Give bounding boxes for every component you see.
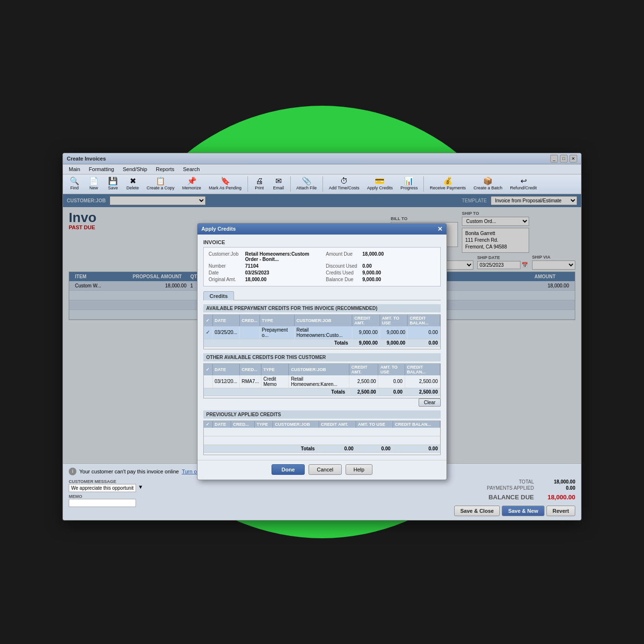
memo-label: MEMO — [69, 494, 143, 499]
invoice-area: CUSTOMER:JOB TEMPLATE Invoice from Propo… — [63, 194, 581, 463]
other-credit-row-1[interactable]: 03/12/20... RMA7... Credit Memo Retail H… — [204, 375, 440, 388]
apply-credits-label: Apply Credits — [367, 186, 393, 190]
dialog-title: Apply Credits — [201, 226, 236, 232]
minimize-button[interactable]: _ — [550, 155, 558, 162]
payments-applied-value: 0.00 — [542, 485, 575, 491]
col-type2: TYPE — [261, 364, 289, 375]
print-button[interactable]: 🖨 Print — [251, 176, 268, 191]
info-row-customer: Customer:Job Retail Homeowners:Custom Or… — [209, 251, 318, 262]
create-batch-label: Create a Batch — [473, 186, 502, 190]
menu-main[interactable]: Main — [65, 165, 84, 173]
memo-input[interactable] — [69, 499, 136, 507]
new-button[interactable]: 📄 New — [85, 176, 102, 191]
delete-label: Delete — [126, 186, 139, 190]
separator-3 — [322, 176, 323, 192]
prepayment-atu-1[interactable]: 9,000.00 — [380, 326, 408, 339]
email-button[interactable]: ✉ Email — [270, 176, 287, 191]
done-button[interactable]: Done — [272, 464, 305, 475]
new-icon: 📄 — [89, 177, 99, 185]
help-button[interactable]: Help — [346, 464, 373, 475]
email-label: Email — [273, 186, 284, 190]
refund-credit-button[interactable]: ↩ Refund/Credit — [507, 176, 540, 191]
prev-applied-table: ✓ DATE CRED... TYPE CUSTOMER:JOB CREDIT … — [204, 421, 440, 453]
maximize-button[interactable]: □ — [560, 155, 568, 162]
delete-button[interactable]: ✖ Delete — [124, 176, 142, 191]
col-cj3: CUSTOMER:JOB — [273, 421, 319, 428]
other-credits-table: ✓ DATE CRED... TYPE CUSTOMER:JOB CREDIT … — [204, 364, 440, 396]
col-cj2: CUSTOMER:JOB — [289, 364, 349, 375]
prev-totals-label: Totals — [204, 445, 319, 453]
other-cj-1: Retail Homeowners:Karen... — [289, 375, 349, 388]
revert-button[interactable]: Revert — [546, 506, 575, 516]
prev-totals-row: Totals 0.00 0.00 0.00 — [204, 445, 440, 453]
menu-reports[interactable]: Reports — [152, 165, 178, 173]
receive-payments-icon: 💰 — [443, 177, 453, 185]
save-new-button[interactable]: Save & New — [502, 506, 544, 516]
save-button[interactable]: 💾 Save — [104, 176, 122, 191]
create-batch-icon: 📦 — [483, 177, 493, 185]
other-check-1[interactable] — [204, 375, 212, 388]
action-buttons: Save & Close Save & New Revert — [454, 506, 575, 516]
cancel-button[interactable]: Cancel — [309, 464, 341, 475]
invoice-section-title: INVOICE — [203, 239, 441, 245]
find-button[interactable]: 🔍 Find — [66, 176, 83, 191]
mark-pending-button[interactable]: 🔖 Mark As Pending — [206, 176, 245, 191]
col-check2: ✓ — [204, 364, 212, 375]
prev-empty-cell-2 — [204, 436, 440, 445]
customer-message-row: ▼ — [69, 484, 143, 492]
memorize-button[interactable]: 📌 Memorize — [179, 176, 204, 191]
other-credits-header-row: ✓ DATE CRED... TYPE CUSTOMER:JOB CREDIT … — [204, 364, 440, 375]
prepayment-type-1: Prepayment o... — [260, 326, 294, 339]
save-close-button[interactable]: Save & Close — [454, 506, 500, 516]
attach-button[interactable]: 📎 Attach File — [294, 176, 320, 191]
create-batch-button[interactable]: 📦 Create a Batch — [471, 176, 505, 191]
create-copy-label: Create a Copy — [147, 186, 174, 190]
dialog-close-button[interactable]: ✕ — [437, 225, 443, 233]
prepayment-row-1[interactable]: ✓ 03/25/20... Prepayment o... Retail Hom… — [204, 326, 440, 339]
other-total-atu: 0.00 — [378, 388, 405, 396]
create-copy-button[interactable]: 📋 Create a Copy — [144, 176, 177, 191]
menu-formatting[interactable]: Formatting — [85, 165, 118, 173]
clear-button[interactable]: Clear — [419, 398, 441, 407]
bottom-fields-row: CUSTOMER MESSAGE ▼ MEMO TOTAL 18,000.00 — [69, 479, 575, 516]
menu-search[interactable]: Search — [179, 165, 204, 173]
window-title: Create Invoices — [67, 156, 106, 161]
number-label: Number — [209, 263, 242, 269]
separator-1 — [248, 176, 248, 192]
total-label: TOTAL — [476, 479, 534, 484]
progress-button[interactable]: 📊 Progress — [397, 176, 421, 191]
other-atu-1[interactable]: 0.00 — [378, 375, 405, 388]
prepayment-table-wrapper: ✓ DATE CRED... TYPE CUSTOMER:JOB CREDIT … — [203, 314, 441, 349]
col-atu1: AMT. TO USE — [380, 315, 408, 326]
prepayment-check-1[interactable]: ✓ — [204, 326, 212, 339]
prepayment-header-row: ✓ DATE CRED... TYPE CUSTOMER:JOB CREDIT … — [204, 315, 440, 326]
orig-amt-value: 18,000.00 — [245, 277, 267, 282]
balance-due-info-label: Balance Due — [326, 277, 359, 282]
customer-message-input[interactable] — [69, 484, 136, 492]
menu-sendship[interactable]: Send/Ship — [119, 165, 151, 173]
attach-label: Attach File — [297, 186, 317, 190]
add-time-costs-button[interactable]: ⏱ Add Time/Costs — [326, 176, 362, 191]
col-check1: ✓ — [204, 315, 212, 326]
info-row-balance-due: Balance Due 9,000.00 — [326, 277, 435, 282]
apply-credits-button[interactable]: 💳 Apply Credits — [364, 176, 396, 191]
left-bottom-fields: CUSTOMER MESSAGE ▼ MEMO — [69, 479, 143, 507]
col-cred3: CRED... — [231, 421, 254, 428]
payments-applied-label: PAYMENTS APPLIED — [476, 485, 534, 491]
other-totals-label: Totals — [204, 388, 349, 396]
credits-tab[interactable]: Credits — [203, 291, 234, 300]
memorize-label: Memorize — [182, 186, 201, 190]
col-cred1: CRED... — [239, 315, 260, 326]
create-copy-icon: 📋 — [156, 177, 165, 185]
close-button[interactable]: ✕ — [570, 155, 577, 162]
col-camt2: CREDIT AMT. — [349, 364, 378, 375]
col-cb2: CREDIT BALAN... — [405, 364, 440, 375]
prepayment-cred-1 — [239, 326, 260, 339]
info-row-number: Number 71104 — [209, 263, 318, 269]
customer-message-dropdown-icon[interactable]: ▼ — [138, 484, 143, 492]
mark-pending-label: Mark As Pending — [209, 186, 242, 190]
receive-payments-button[interactable]: 💰 Receive Payments — [427, 176, 469, 191]
prev-empty-row-2 — [204, 436, 440, 445]
col-type1: TYPE — [260, 315, 294, 326]
online-msg-text: Your customer can't pay this invoice onl… — [79, 469, 179, 474]
